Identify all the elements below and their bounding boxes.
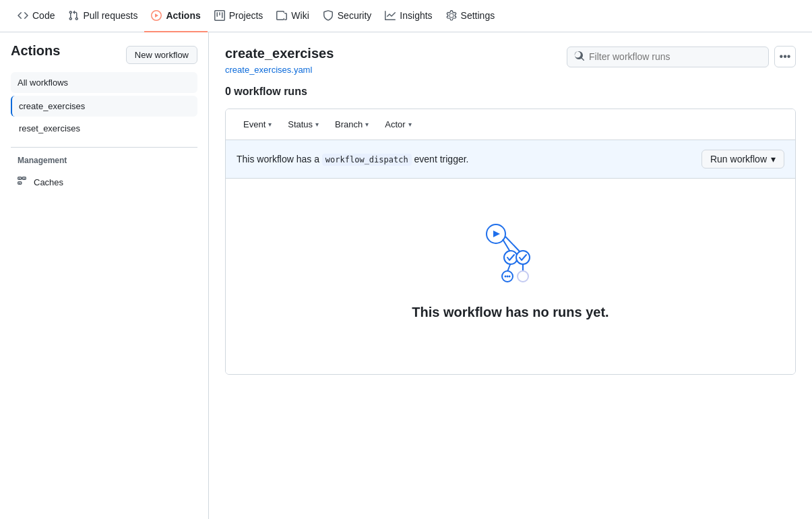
dispatch-text: This workflow has a workflow_dispatch ev… (237, 154, 468, 164)
nav-wiki-label: Wiki (291, 10, 309, 21)
nav-security-label: Security (338, 10, 372, 21)
svg-line-3 (505, 237, 521, 253)
projects-icon (214, 10, 225, 21)
nav-code-label: Code (32, 10, 55, 21)
status-filter-button[interactable]: Status ▾ (281, 116, 325, 133)
dispatch-suffix: event trigger. (414, 154, 469, 164)
caches-icon (18, 176, 28, 189)
nav-projects[interactable]: Projects (208, 0, 270, 32)
sidebar-management: Management Caches (11, 156, 197, 194)
svg-point-7 (516, 251, 530, 264)
pr-icon (68, 10, 79, 21)
settings-icon (446, 10, 457, 21)
nav-security[interactable]: Security (316, 0, 379, 32)
event-filter-button[interactable]: Event ▾ (237, 116, 278, 133)
svg-point-9 (504, 276, 506, 278)
nav-pr-label: Pull requests (83, 10, 137, 21)
security-icon (323, 10, 334, 21)
sidebar-item-caches[interactable]: Caches (11, 171, 197, 194)
nav-settings-label: Settings (461, 10, 495, 21)
nav-actions-label: Actions (166, 10, 200, 21)
search-input[interactable] (589, 51, 761, 62)
more-icon: ••• (780, 51, 791, 63)
sidebar: Actions New workflow All workflows creat… (0, 32, 209, 519)
sidebar-workflows: All workflows create_exercises reset_exe… (11, 72, 197, 139)
sidebar-item-create-exercises[interactable]: create_exercises (11, 96, 197, 117)
actions-icon (151, 10, 162, 21)
caches-label: Caches (34, 177, 63, 187)
actor-chevron-icon: ▾ (408, 121, 412, 128)
management-label: Management (11, 156, 197, 165)
nav-projects-label: Projects (229, 10, 263, 21)
event-filter-label: Event (243, 119, 266, 129)
filters-row: Event ▾ Status ▾ Branch ▾ Actor ▾ (226, 109, 795, 140)
wiki-icon (276, 10, 287, 21)
workflow-yaml-link[interactable]: create_exercises.yaml (225, 65, 312, 75)
sidebar-header: Actions New workflow (11, 43, 197, 67)
new-workflow-button[interactable]: New workflow (126, 46, 197, 64)
run-workflow-button[interactable]: Run workflow ▾ (701, 150, 784, 169)
runs-container: Event ▾ Status ▾ Branch ▾ Actor ▾ (225, 109, 796, 375)
branch-filter-button[interactable]: Branch ▾ (328, 116, 375, 133)
main-header: create_exercises create_exercises.yaml •… (225, 46, 796, 75)
workflow-info: create_exercises create_exercises.yaml (225, 46, 334, 75)
nav-insights[interactable]: Insights (378, 0, 439, 32)
dispatch-notice: This workflow has a workflow_dispatch ev… (226, 140, 795, 179)
event-chevron-icon: ▾ (268, 121, 272, 128)
status-chevron-icon: ▾ (315, 121, 319, 128)
more-options-button[interactable]: ••• (774, 46, 796, 67)
svg-point-12 (518, 271, 528, 282)
svg-point-10 (506, 276, 508, 278)
nav-insights-label: Insights (400, 10, 432, 21)
nav-settings[interactable]: Settings (439, 0, 502, 32)
empty-state-icon (470, 219, 551, 288)
search-icon (574, 51, 585, 63)
run-count: 0 workflow runs (225, 86, 796, 98)
sidebar-divider (11, 147, 197, 148)
nav-pull-requests[interactable]: Pull requests (61, 0, 144, 32)
search-area: ••• (567, 46, 796, 67)
nav-code[interactable]: Code (11, 0, 61, 32)
actor-filter-button[interactable]: Actor ▾ (378, 116, 418, 133)
status-filter-label: Status (288, 119, 313, 129)
search-box (567, 47, 769, 67)
branch-chevron-icon: ▾ (365, 121, 369, 128)
sidebar-item-all-workflows[interactable]: All workflows (11, 72, 197, 93)
dispatch-code: workflow_dispatch (322, 154, 412, 166)
nav-actions[interactable]: Actions (144, 0, 207, 32)
page-layout: Actions New workflow All workflows creat… (0, 32, 812, 519)
sidebar-title: Actions (11, 43, 60, 59)
insights-icon (385, 10, 396, 21)
nav-wiki[interactable]: Wiki (270, 0, 315, 32)
empty-state: This workflow has no runs yet. (226, 179, 795, 374)
main-content: create_exercises create_exercises.yaml •… (209, 32, 812, 519)
code-icon (18, 10, 28, 21)
svg-point-11 (508, 276, 510, 278)
sidebar-item-reset-exercises[interactable]: reset_exercises (11, 118, 197, 139)
actor-filter-label: Actor (385, 119, 405, 129)
run-workflow-chevron-icon: ▾ (771, 154, 776, 164)
branch-filter-label: Branch (335, 119, 363, 129)
run-workflow-label: Run workflow (710, 154, 767, 164)
top-nav: Code Pull requests Actions Projects Wiki… (0, 0, 812, 32)
empty-state-title: This workflow has no runs yet. (412, 305, 608, 320)
workflow-title: create_exercises (225, 46, 334, 61)
dispatch-msg: This workflow has a (237, 154, 319, 164)
